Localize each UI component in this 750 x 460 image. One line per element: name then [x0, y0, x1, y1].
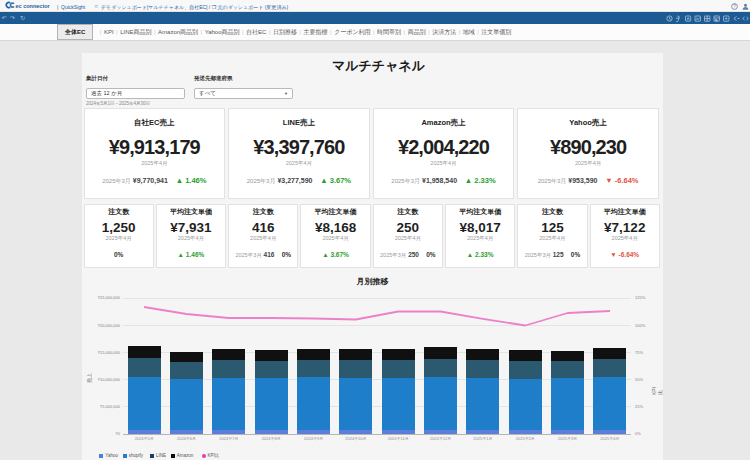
svg-text:?: ? [733, 4, 736, 9]
